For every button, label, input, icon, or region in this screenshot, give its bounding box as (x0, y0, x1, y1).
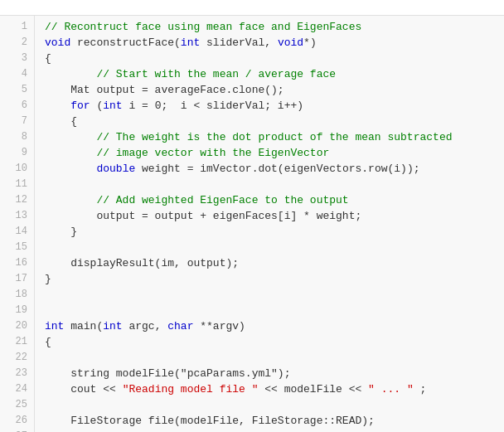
code-token: int (181, 36, 200, 49)
code-line (45, 429, 504, 432)
code-line (45, 287, 504, 303)
code-line (45, 240, 504, 255)
code-token: i = 0; i < sliderVal; i++) (123, 100, 303, 112)
code-token: char (167, 320, 193, 332)
code-token: // Start with the mean / average face (45, 68, 336, 80)
code-line: { (45, 51, 504, 66)
code-line: { (45, 334, 504, 350)
code-token: // The weight is the dot product of the … (45, 131, 452, 143)
code-line: for (int i = 0; i < sliderVal; i++) (45, 98, 504, 114)
code-line: output = output + eigenFaces[i] * weight… (45, 208, 504, 224)
line-number: 10 (0, 161, 34, 177)
code-token: **argv) (193, 320, 245, 332)
line-number: 14 (0, 224, 34, 240)
code-token: { (45, 52, 51, 65)
code-content: // Recontruct face using mean face and E… (35, 16, 504, 432)
code-token: int (103, 320, 122, 332)
code-line: double weight = imVector.dot(eigenVector… (45, 161, 504, 177)
line-number: 25 (0, 397, 34, 413)
code-token: displayResult(im, output); (45, 257, 239, 269)
code-token: void (278, 36, 303, 49)
line-number: 27 (0, 429, 34, 432)
code-line: // image vector with the EigenVector (45, 145, 504, 161)
code-token: } (45, 226, 77, 238)
code-line: } (45, 271, 504, 287)
code-token: // Add weighted EigenFace to the output (45, 194, 349, 206)
code-token: cout << (45, 383, 123, 396)
code-token: output = output + eigenFaces[i] * weight… (45, 210, 361, 222)
code-token: ; (414, 383, 427, 396)
code-token: Mat output = averageFace.clone(); (45, 84, 284, 96)
line-number: 20 (0, 318, 34, 334)
code-token: // image vector with the EigenVector (45, 147, 329, 159)
line-number: 23 (0, 366, 34, 381)
line-number: 24 (0, 381, 34, 397)
code-line: Mat output = averageFace.clone(); (45, 82, 504, 98)
code-token: argc, (123, 320, 168, 332)
code-token: << modelFile << (258, 383, 368, 396)
code-token: { (45, 336, 51, 348)
code-token: sliderVal, (200, 36, 278, 49)
line-numbers: 1234567891011121314151617181920212223242… (0, 16, 35, 432)
code-line: cout << "Reading model file " << modelFi… (45, 381, 504, 397)
line-number: 7 (0, 114, 34, 129)
code-line (45, 303, 504, 318)
code-line: int main(int argc, char **argv) (45, 318, 504, 334)
line-number: 15 (0, 240, 34, 255)
line-number: 18 (0, 287, 34, 303)
line-number: 26 (0, 413, 34, 429)
line-number: 4 (0, 66, 34, 82)
line-number: 17 (0, 271, 34, 287)
code-token: for (45, 100, 90, 112)
code-line: { (45, 114, 504, 129)
code-line: displayResult(im, output); (45, 255, 504, 271)
line-number: 8 (0, 129, 34, 145)
line-number: 16 (0, 255, 34, 271)
code-token: // Recontruct face using mean face and E… (45, 21, 361, 33)
code-line (45, 177, 504, 192)
code-line: void reconstructFace(int sliderVal, void… (45, 35, 504, 51)
line-number: 13 (0, 208, 34, 224)
code-token: ( (90, 100, 104, 112)
code-token: { (45, 115, 77, 128)
line-number: 19 (0, 303, 34, 318)
line-number: 2 (0, 35, 34, 51)
code-token: void (45, 36, 70, 49)
code-line (45, 397, 504, 413)
code-block: 1234567891011121314151617181920212223242… (0, 15, 504, 432)
line-number: 11 (0, 177, 34, 192)
line-number: 1 (0, 19, 34, 35)
line-number: 21 (0, 334, 34, 350)
code-token: *) (303, 36, 317, 49)
code-token: FileStorage file(modelFile, FileStorage:… (45, 415, 375, 427)
code-token: " ... " (368, 383, 414, 396)
code-line: // Start with the mean / average face (45, 66, 504, 82)
code-line: } (45, 224, 504, 240)
code-line: // Recontruct face using mean face and E… (45, 19, 504, 35)
language-label (0, 0, 504, 15)
code-line: string modelFile("pcaParams.yml"); (45, 366, 504, 381)
code-token (45, 163, 96, 175)
code-token: int (103, 100, 122, 112)
code-token: } (45, 273, 51, 285)
line-number: 6 (0, 98, 34, 114)
line-number: 9 (0, 145, 34, 161)
line-number: 22 (0, 350, 34, 366)
code-token: reconstructFace( (70, 36, 181, 49)
code-line (45, 350, 504, 366)
code-line: FileStorage file(modelFile, FileStorage:… (45, 413, 504, 429)
code-token: main( (64, 320, 103, 332)
code-line: // Add weighted EigenFace to the output (45, 192, 504, 208)
line-number: 3 (0, 51, 34, 66)
code-token: string modelFile("pcaParams.yml"); (45, 367, 290, 380)
code-line: // The weight is the dot product of the … (45, 129, 504, 145)
line-number: 12 (0, 192, 34, 208)
code-token: int (45, 320, 64, 332)
code-token: double (96, 163, 135, 175)
line-number: 5 (0, 82, 34, 98)
code-token: "Reading model file " (123, 383, 259, 396)
code-token: weight = imVector.dot(eigenVectors.row(i… (135, 163, 419, 175)
